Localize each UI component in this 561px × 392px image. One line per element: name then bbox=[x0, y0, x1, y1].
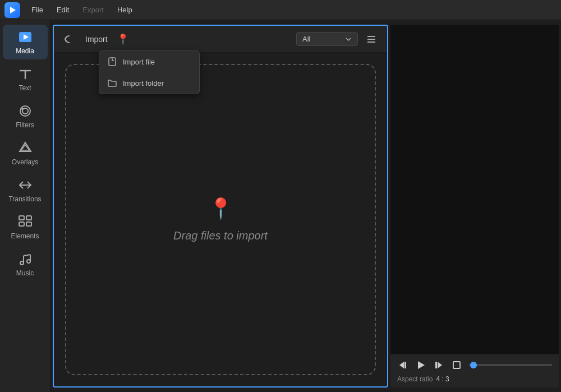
svg-rect-28 bbox=[435, 362, 437, 368]
sidebar-item-overlays[interactable]: Overlays bbox=[3, 136, 48, 170]
app-logo bbox=[4, 2, 20, 18]
svg-rect-11 bbox=[19, 216, 24, 220]
svg-marker-27 bbox=[438, 362, 442, 368]
sidebar-item-elements-label: Elements bbox=[11, 232, 39, 240]
drop-zone[interactable]: 📍 Drag files to import bbox=[65, 64, 376, 375]
menu-edit[interactable]: Edit bbox=[51, 3, 75, 16]
list-view-button[interactable] bbox=[362, 30, 380, 48]
menu-help[interactable]: Help bbox=[112, 3, 138, 16]
progress-dot[interactable] bbox=[470, 362, 477, 368]
step-forward-button[interactable] bbox=[433, 359, 444, 371]
aspect-ratio-value: 4 : 3 bbox=[436, 375, 449, 383]
aspect-ratio-label: Aspect ratio bbox=[397, 375, 433, 383]
stop-button[interactable] bbox=[451, 359, 462, 371]
sidebar-item-music[interactable]: Music bbox=[3, 247, 48, 282]
preview-controls: Aspect ratio 4 : 3 bbox=[390, 354, 559, 388]
drop-zone-container: 📍 Drag files to import bbox=[54, 53, 387, 386]
filter-dropdown[interactable]: All bbox=[296, 32, 358, 46]
import-folder-item[interactable]: Import folder bbox=[99, 72, 199, 94]
svg-rect-13 bbox=[26, 216, 31, 220]
menu-export: Export bbox=[77, 3, 109, 16]
drop-zone-text: Drag files to import bbox=[173, 229, 268, 242]
import-label: Import bbox=[85, 35, 108, 44]
svg-rect-25 bbox=[404, 362, 406, 368]
sidebar-item-transitions-label: Transitions bbox=[8, 195, 41, 203]
sidebar-item-filters[interactable]: Filters bbox=[3, 99, 48, 133]
play-button[interactable] bbox=[415, 359, 426, 371]
progress-bar[interactable] bbox=[469, 364, 552, 366]
import-file-item[interactable]: Import file bbox=[99, 51, 199, 72]
svg-rect-29 bbox=[453, 362, 460, 368]
import-file-label: Import file bbox=[123, 58, 155, 66]
sidebar-item-overlays-label: Overlays bbox=[12, 158, 38, 166]
svg-rect-12 bbox=[19, 222, 24, 226]
svg-line-19 bbox=[24, 255, 30, 256]
step-back-button[interactable] bbox=[397, 359, 408, 371]
aspect-ratio-info: Aspect ratio 4 : 3 bbox=[397, 375, 552, 383]
back-button[interactable] bbox=[61, 31, 76, 47]
svg-point-5 bbox=[20, 106, 30, 116]
playback-controls bbox=[397, 359, 552, 371]
import-toolbar: Import 📍 All bbox=[54, 26, 387, 53]
drop-pin-icon: 📍 bbox=[208, 197, 233, 220]
svg-marker-0 bbox=[10, 7, 16, 13]
main-layout: Media Text Filters Overlays bbox=[0, 20, 561, 392]
menu-file[interactable]: File bbox=[26, 3, 49, 16]
sidebar-item-transitions[interactable]: Transitions bbox=[3, 173, 48, 207]
svg-rect-14 bbox=[26, 222, 31, 226]
sidebar-item-media-label: Media bbox=[16, 47, 34, 55]
svg-marker-26 bbox=[418, 361, 425, 369]
filter-value: All bbox=[302, 35, 310, 43]
import-dropdown-menu: Import file Import folder bbox=[99, 50, 200, 94]
content-area: Import 📍 All bbox=[53, 25, 388, 388]
preview-panel: Aspect ratio 4 : 3 bbox=[390, 25, 559, 388]
import-button[interactable]: Import bbox=[81, 33, 112, 46]
sidebar-item-media[interactable]: Media bbox=[3, 25, 48, 59]
sidebar-item-text[interactable]: Text bbox=[3, 62, 48, 96]
sidebar-item-filters-label: Filters bbox=[16, 121, 34, 129]
sidebar-item-elements[interactable]: Elements bbox=[3, 210, 48, 245]
sidebar-item-music-label: Music bbox=[16, 269, 34, 277]
import-folder-label: Import folder bbox=[123, 79, 164, 87]
svg-marker-24 bbox=[399, 362, 404, 368]
video-preview bbox=[390, 25, 559, 354]
sidebar-item-text-label: Text bbox=[19, 84, 31, 92]
sidebar: Media Text Filters Overlays bbox=[0, 20, 50, 392]
import-pin-icon: 📍 bbox=[117, 33, 129, 45]
menu-bar: File Edit Export Help bbox=[0, 0, 561, 20]
svg-point-7 bbox=[21, 108, 24, 110]
